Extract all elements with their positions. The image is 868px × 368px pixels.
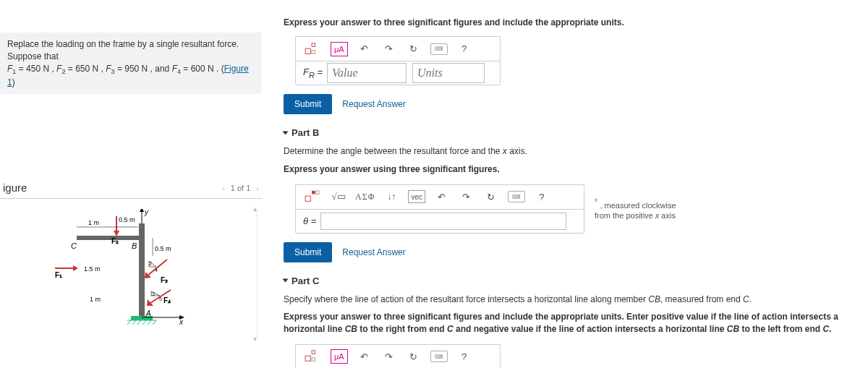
diagram-dim-0p5m-top: 0.5 m — [119, 216, 135, 223]
svg-marker-17 — [147, 299, 153, 306]
undo-icon[interactable]: ↶ — [357, 41, 373, 57]
svg-rect-35 — [305, 356, 310, 361]
diagram-F1-label: F₁ — [55, 271, 62, 279]
svg-line-4 — [127, 320, 131, 325]
reset-icon[interactable]: ↻ — [483, 189, 499, 205]
caret-down-icon — [283, 131, 289, 134]
figure-prev-icon: ‹ — [222, 184, 225, 192]
diagram-x-label: x — [179, 318, 184, 326]
redo-icon[interactable]: ↷ — [381, 41, 397, 57]
diagram-C-label: C — [71, 241, 77, 250]
diagram-A-label: A — [145, 309, 151, 317]
diagram-B-label: B — [132, 241, 137, 250]
units-formatter-icon[interactable]: μA — [331, 42, 348, 56]
svg-text:5: 5 — [159, 296, 162, 301]
partB-units-hint: ° , measured clockwisefrom the positive … — [595, 197, 676, 221]
partB-var-label: θ = — [303, 215, 316, 226]
keyboard-icon[interactable]: ⌨ — [508, 191, 525, 202]
svg-text:4: 4 — [155, 268, 158, 273]
vec-icon[interactable]: vec — [408, 190, 425, 203]
svg-line-5 — [132, 320, 136, 325]
diagram-F2-label: F₂ — [111, 237, 119, 245]
undo-icon[interactable]: ↶ — [434, 189, 450, 205]
svg-rect-31 — [312, 50, 315, 54]
partC-prompt: Express your answer to three significant… — [284, 311, 868, 335]
partB-request-answer-link[interactable]: Request Answer — [342, 247, 405, 257]
svg-rect-32 — [305, 196, 310, 201]
svg-rect-33 — [312, 191, 315, 194]
scroll-down-icon[interactable]: ▾ — [253, 335, 262, 343]
svg-rect-37 — [312, 358, 315, 361]
redo-icon[interactable]: ↷ — [381, 348, 397, 364]
partA-request-answer-link[interactable]: Request Answer — [342, 99, 405, 109]
figure-body: ▴ — [4, 209, 258, 339]
svg-line-7 — [142, 320, 146, 325]
partC-question: Specify where the line of action of the … — [284, 294, 868, 306]
svg-line-6 — [137, 320, 141, 325]
caret-down-icon — [283, 279, 289, 283]
undo-icon[interactable]: ↶ — [357, 348, 373, 364]
partA-submit-button[interactable]: Submit — [284, 94, 332, 114]
svg-rect-36 — [312, 351, 315, 354]
figure-panel-header: igure ‹ 1 of 1 › — [0, 177, 262, 199]
frame-diagram: y x C B A F₁ F₂ F₃ F₄ 1 m 0.5 m 0.5 m 1.… — [55, 209, 200, 332]
svg-marker-11 — [73, 265, 78, 271]
figure-title: igure — [3, 181, 27, 194]
problem-line1: Replace the loading on the frame by a si… — [7, 39, 239, 61]
partB-header[interactable]: Part B — [284, 127, 868, 138]
help-icon[interactable]: ? — [456, 348, 472, 364]
partB-toolbar: √▭ ΑΣΦ ↓↑ vec ↶ ↷ ↻ ⌨ ? — [295, 184, 584, 209]
partA-prompt: Express your answer to three significant… — [284, 17, 868, 27]
reset-icon[interactable]: ↻ — [406, 41, 422, 57]
svg-rect-29 — [305, 48, 310, 54]
greek-icon[interactable]: ΑΣΦ — [355, 189, 375, 205]
svg-rect-30 — [312, 43, 315, 46]
partA-value-input[interactable] — [327, 63, 407, 83]
svg-line-8 — [148, 320, 151, 325]
redo-icon[interactable]: ↷ — [459, 189, 475, 205]
partB-submit-button[interactable]: Submit — [284, 242, 332, 262]
problem-statement: Replace the loading on the frame by a si… — [0, 33, 262, 94]
svg-text:2: 2 — [149, 261, 152, 266]
figure-counter: 1 of 1 — [231, 184, 251, 192]
units-formatter-icon[interactable]: μA — [331, 349, 348, 364]
diagram-F4-label: F₄ — [163, 296, 171, 304]
svg-line-9 — [153, 320, 156, 325]
keyboard-icon[interactable]: ⌨ — [430, 351, 448, 362]
templates-icon[interactable] — [303, 348, 322, 364]
diagram-F3-label: F₃ — [161, 276, 168, 284]
svg-rect-34 — [316, 191, 320, 194]
templates-icon[interactable] — [303, 41, 322, 57]
reset-icon[interactable]: ↻ — [406, 348, 422, 364]
help-icon[interactable]: ? — [534, 189, 550, 205]
svg-marker-13 — [114, 231, 119, 236]
subsup-icon[interactable]: ↓↑ — [383, 189, 399, 205]
help-icon[interactable]: ? — [456, 41, 472, 57]
keyboard-icon[interactable]: ⌨ — [430, 43, 448, 55]
svg-marker-19 — [140, 209, 144, 212]
sqrt-icon[interactable]: √▭ — [331, 189, 346, 205]
partC-header[interactable]: Part C — [284, 275, 868, 286]
partB-prompt: Express your answer using three signific… — [284, 163, 868, 176]
diagram-dim-1m-low: 1 m — [90, 296, 101, 303]
diagram-dim-0p5m-side: 0.5 m — [155, 245, 171, 252]
scroll-up-icon[interactable]: ▴ — [253, 205, 262, 213]
templates-icon[interactable] — [303, 189, 322, 205]
svg-text:3: 3 — [152, 291, 155, 296]
diagram-dim-1m: 1 m — [88, 219, 99, 226]
partA-var-label: FR = — [303, 67, 323, 80]
figure-next-icon: › — [256, 184, 259, 192]
diagram-y-label: y — [144, 209, 149, 216]
partB-value-input[interactable] — [320, 213, 566, 230]
diagram-dim-1p5m: 1.5 m — [84, 265, 101, 273]
partA-units-input[interactable] — [412, 63, 485, 83]
partC-toolbar: μA ↶ ↷ ↻ ⌨ ? — [295, 344, 501, 368]
partB-question: Determine the angle between the resultan… — [284, 145, 868, 158]
partA-toolbar: μA ↶ ↷ ↻ ⌨ ? — [295, 36, 501, 61]
